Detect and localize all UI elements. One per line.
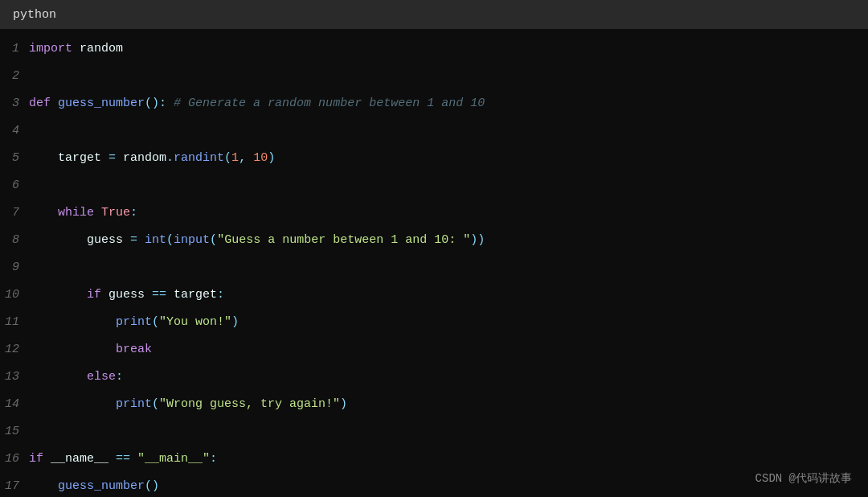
line-content: target = random.randint(1, 10) [29,145,868,172]
token-punc: ) [268,151,275,165]
line-number: 3 [0,90,29,117]
token-comment: # Generate a random number between 1 and… [174,97,485,110]
line-content: while True: [29,199,868,227]
token-plain [29,397,116,411]
token-punc: : [210,452,217,466]
line-number: 1 [0,35,29,63]
token-plain [137,233,145,247]
code-line: 2 [0,63,868,90]
token-punc: ( [224,151,231,165]
line-content: guess = int(input("Guess a number betwee… [29,227,868,254]
token-punc: (): [145,97,166,110]
token-plain [43,452,51,466]
token-plain [29,479,58,493]
token-kw: def [29,97,51,110]
token-builtin: print [116,397,152,411]
token-kw: if [29,452,43,466]
line-number: 11 [0,309,29,336]
token-num: 10 [253,151,268,165]
token-plain [29,288,87,302]
code-window: python 1import random23def guess_number(… [0,0,868,497]
token-punc: ( [152,315,159,329]
token-str: "__main__" [137,452,210,466]
token-plain: target [166,288,217,302]
token-plain [94,206,101,220]
code-line: 12 break [0,336,868,364]
token-punc: )) [470,233,485,247]
token-kw: break [116,343,152,356]
token-op: = [130,233,137,247]
line-number: 17 [0,473,29,497]
token-true-kw: True [101,206,130,220]
token-kw: import [29,42,72,55]
line-content: if guess == target: [29,281,868,309]
code-line: 17 guess_number() [0,473,868,497]
code-line: 13 else: [0,364,868,391]
token-method: randint [174,151,224,165]
watermark: CSDN @代码讲故事 [755,471,852,486]
token-plain [29,370,87,384]
token-str: "Wrong guess, try again!" [159,397,340,411]
code-line: 11 print("You won!") [0,309,868,336]
token-plain [29,343,116,356]
token-punc: , [239,151,253,165]
token-plain [166,97,174,110]
token-str: "Guess a number between 1 and 10: " [217,233,470,247]
token-kw: while [58,206,94,220]
token-num: 1 [231,151,239,165]
line-number: 4 [0,117,29,145]
line-content: import random [29,35,868,63]
token-dunder: __name__ [51,452,108,466]
token-plain [130,452,137,466]
line-content: else: [29,364,868,391]
code-line: 10 if guess == target: [0,281,868,309]
token-punc: : [130,206,137,220]
token-plain [29,315,116,329]
code-lines: 1import random23def guess_number(): # Ge… [0,35,868,497]
line-number: 10 [0,281,29,309]
token-punc: () [145,479,159,493]
code-line: 1import random [0,35,868,63]
token-punc: ) [340,397,347,411]
token-plain: guess [101,288,152,302]
token-punc: : [217,288,224,302]
code-line: 16if __name__ == "__main__": [0,446,868,473]
line-number: 14 [0,391,29,418]
token-op: = [108,151,116,165]
line-number: 8 [0,227,29,254]
token-op: == [152,288,166,302]
token-punc: . [166,151,174,165]
line-content: if __name__ == "__main__": [29,446,868,473]
line-content: print("You won!") [29,309,868,336]
code-area: 1import random23def guess_number(): # Ge… [0,29,868,497]
token-fn: guess_number [58,479,145,493]
token-plain [108,452,116,466]
token-plain: random [72,42,123,55]
token-plain: random [116,151,166,165]
token-plain [51,97,58,110]
token-punc: ( [210,233,217,247]
token-fn: guess_number [58,97,145,110]
code-line: 3def guess_number(): # Generate a random… [0,90,868,117]
token-punc: ) [231,315,239,329]
line-content: guess_number() [29,473,868,497]
code-line: 8 guess = int(input("Guess a number betw… [0,227,868,254]
line-number: 16 [0,446,29,473]
line-number: 5 [0,145,29,172]
token-builtin: print [116,315,152,329]
line-number: 9 [0,254,29,281]
line-number: 2 [0,63,29,90]
line-content: break [29,336,868,364]
token-plain: guess [29,233,130,247]
code-line: 6 [0,172,868,199]
token-plain: target [29,151,108,165]
line-number: 7 [0,199,29,227]
token-str: "You won!" [159,315,231,329]
code-line: 5 target = random.randint(1, 10) [0,145,868,172]
token-builtin: input [174,233,210,247]
code-line: 15 [0,418,868,446]
title-bar: python [0,0,868,29]
line-number: 6 [0,172,29,199]
token-punc: : [116,370,123,384]
token-punc: ( [166,233,174,247]
